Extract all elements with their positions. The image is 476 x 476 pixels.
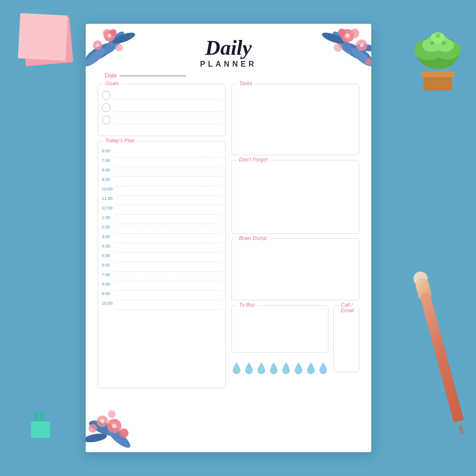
goal-circle-3[interactable]	[102, 116, 110, 124]
droplet-6[interactable]	[293, 361, 304, 375]
droplet-8[interactable]	[318, 361, 328, 375]
left-column: Goals	[98, 84, 226, 393]
svg-point-40	[97, 416, 108, 427]
svg-point-42	[89, 424, 97, 433]
time-label-0: 6:00	[102, 148, 115, 153]
todays-plan-label: Today's Plan	[103, 138, 137, 143]
time-label-8: 2:00	[102, 224, 115, 229]
droplet-3[interactable]	[256, 361, 267, 375]
svg-point-9	[436, 33, 440, 38]
goals-section: Goals	[98, 84, 226, 136]
time-line-2	[115, 167, 221, 177]
time-label-11: 5:00	[102, 253, 115, 258]
time-line-15	[115, 291, 221, 300]
svg-point-39	[107, 419, 121, 433]
time-label-15: 9:00	[102, 291, 115, 296]
time-row-10: 4:00	[102, 243, 221, 253]
time-row-5: 11:00	[102, 196, 221, 205]
goal-item-2	[102, 102, 221, 112]
desk-background: Daily PLANNER Date Goals	[0, 0, 476, 476]
brain-dump-section: Brain Dump	[231, 238, 359, 300]
date-row: Date	[105, 72, 359, 79]
time-label-4: 10:00	[102, 186, 115, 191]
time-row-12: 6:00	[102, 262, 221, 272]
time-row-3: 9:00	[102, 177, 221, 186]
time-row-8: 2:00	[102, 224, 221, 234]
time-row-11: 5:00	[102, 253, 221, 262]
time-row-4: 10:00	[102, 186, 221, 196]
date-label: Date	[105, 72, 117, 79]
svg-point-44	[112, 424, 117, 428]
time-label-9: 3:00	[102, 234, 115, 239]
droplet-2[interactable]	[244, 361, 254, 375]
daily-text: Daily	[205, 36, 252, 60]
to-buy-section: To Buy	[231, 305, 328, 353]
bottom-row: To Buy	[231, 305, 359, 377]
svg-point-45	[100, 419, 104, 423]
goal-item-1	[102, 90, 221, 99]
droplet-7[interactable]	[306, 361, 316, 375]
svg-point-41	[119, 428, 129, 438]
goal-circle-1[interactable]	[102, 91, 110, 99]
time-line-6	[115, 205, 221, 215]
svg-point-38	[86, 432, 108, 444]
svg-point-36	[87, 417, 122, 439]
time-label-7: 1:00	[102, 215, 115, 220]
droplet-5[interactable]	[281, 361, 291, 375]
time-label-14: 8:00	[102, 281, 115, 287]
goal-line-1	[114, 90, 221, 99]
time-line-11	[115, 253, 221, 262]
time-row-15: 9:00	[102, 291, 221, 300]
time-label-12: 6:00	[102, 262, 115, 268]
goal-circle-2[interactable]	[102, 103, 110, 112]
to-buy-label: To Buy	[237, 302, 258, 307]
tasks-label: Tasks	[237, 80, 255, 86]
planner-header: Daily PLANNER	[98, 29, 359, 69]
droplet-4[interactable]	[268, 361, 279, 375]
binder-clip	[29, 412, 52, 438]
time-label-16: 10:00	[102, 300, 115, 306]
time-label-13: 7:00	[102, 272, 115, 277]
time-line-5	[115, 196, 221, 205]
time-line-9	[115, 234, 221, 243]
time-line-7	[115, 215, 221, 224]
time-row-14: 8:00	[102, 281, 221, 291]
time-row-6: 12:00	[102, 205, 221, 215]
svg-point-10	[430, 41, 434, 45]
todays-plan-section: Today's Plan 6:00 7:00 8:00 9:00 10:00 1…	[98, 141, 226, 388]
goals-label: Goals	[103, 80, 121, 86]
right-column: Tasks Don't Forget Brain Dump	[231, 84, 359, 393]
dont-forget-label: Don't Forget	[237, 157, 270, 162]
time-line-12	[115, 262, 221, 272]
svg-point-37	[105, 425, 133, 451]
water-tracker	[231, 361, 328, 375]
to-buy-column: To Buy	[231, 305, 328, 377]
goal-line-2	[114, 102, 221, 112]
droplet-1[interactable]	[231, 361, 242, 375]
tasks-section: Tasks	[231, 84, 359, 155]
time-line-3	[115, 177, 221, 186]
sticky-notes	[19, 14, 76, 67]
svg-point-11	[442, 41, 446, 45]
time-label-5: 11:00	[102, 196, 115, 201]
time-line-13	[115, 272, 221, 281]
time-row-13: 7:00	[102, 272, 221, 281]
goal-line-3	[114, 115, 221, 124]
time-label-2: 8:00	[102, 167, 115, 172]
time-row-7: 1:00	[102, 215, 221, 224]
time-line-16	[115, 300, 221, 310]
time-line-8	[115, 224, 221, 234]
time-row-2: 8:00	[102, 167, 221, 177]
time-line-10	[115, 243, 221, 253]
time-row-0: 6:00	[102, 148, 221, 158]
time-label-3: 9:00	[102, 177, 115, 182]
svg-point-43	[108, 410, 116, 418]
time-row-16: 10:00	[102, 300, 221, 310]
goal-item-3	[102, 115, 221, 124]
daily-title: Daily	[98, 36, 359, 60]
time-line-4	[115, 186, 221, 196]
time-line-14	[115, 281, 221, 291]
time-label-10: 4:00	[102, 243, 115, 248]
call-email-label: Call / Email	[338, 302, 359, 313]
main-columns: Goals	[98, 84, 359, 393]
